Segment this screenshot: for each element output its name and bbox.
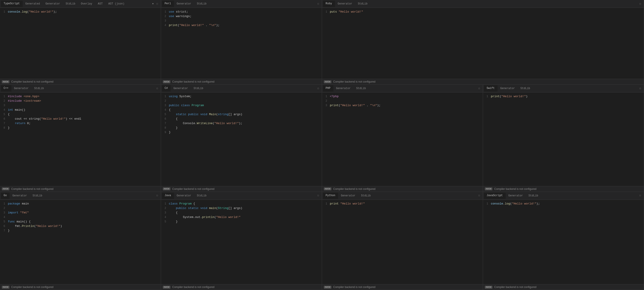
- code-line-go-5: 5 func main() {: [0, 219, 161, 224]
- line-code-js-1: console.log("Hello world!");: [491, 202, 644, 206]
- code-line-go-6: 6 fmt.Println("Hello world!"): [0, 224, 161, 228]
- close-icon-ts[interactable]: □: [156, 2, 159, 6]
- code-area-python: 1 print "Hello world!": [322, 200, 483, 284]
- close-icon-cpp[interactable]: □: [156, 87, 159, 90]
- line-code-ruby-1: puts "Hello world!": [330, 10, 644, 14]
- line-num-java-2: 2: [161, 206, 169, 210]
- line-code-go-6: fmt.Println("Hello world!"): [8, 224, 161, 228]
- tab-generated[interactable]: Generated: [23, 1, 43, 7]
- line-num-go-3: 3: [0, 211, 8, 215]
- note-bar-go: note Compiler backend is not configured: [0, 284, 161, 290]
- code-line-cpp-1: 1 #include <one.hpp>: [0, 94, 161, 99]
- line-num-go-7: 7: [0, 229, 8, 233]
- line-num-cpp-7: 7: [0, 121, 8, 126]
- code-line-cs-2: 2: [161, 99, 322, 103]
- note-badge-cs: note: [163, 187, 170, 190]
- tab-generator-java[interactable]: Generator: [174, 193, 194, 199]
- tab-generator-go[interactable]: Generator: [10, 193, 30, 199]
- panel-python-actions: □: [478, 194, 482, 197]
- tab-generator-ts[interactable]: Generator: [43, 1, 63, 7]
- tab-generator-javascript[interactable]: Generator: [506, 193, 526, 199]
- line-code-cpp-1: #include <one.hpp>: [8, 94, 161, 99]
- line-num-go-4: 4: [0, 215, 8, 219]
- line-num-cs-6: 6: [161, 117, 169, 121]
- code-line-java-1: 1 class Program {: [161, 202, 322, 206]
- tab-generator-ruby[interactable]: Generator: [335, 1, 355, 7]
- tab-stdlib-python[interactable]: StdLib: [358, 193, 374, 199]
- tab-generator-swift[interactable]: Generator: [498, 86, 518, 91]
- tab-generator-cs[interactable]: Generator: [171, 86, 191, 91]
- code-line-cpp-7: 7 return 0;: [0, 121, 161, 126]
- line-num-js-1: 1: [483, 202, 491, 206]
- panel-cpp: C++ Generator StdLib □ 1 #include <one.h…: [0, 85, 161, 192]
- tab-typescript[interactable]: TypeScript: [1, 1, 23, 7]
- line-num-cpp-1: 1: [0, 95, 8, 99]
- tab-go[interactable]: Go: [1, 193, 10, 199]
- line-num-cpp-3: 3: [0, 104, 8, 108]
- tab-php[interactable]: PHP: [323, 85, 334, 92]
- tab-generator-php[interactable]: Generator: [334, 86, 354, 91]
- note-bar-swift: note Compiler backend is not configured: [483, 186, 644, 192]
- tab-overlay-ts[interactable]: Overlay: [78, 1, 95, 7]
- code-area-perl: 1 use strict; 2 use warnings; 3 4 print(…: [161, 8, 322, 79]
- close-icon-java[interactable]: □: [316, 194, 320, 197]
- code-content-perl: 1 use strict; 2 use warnings; 3 4 print(…: [161, 8, 322, 30]
- tab-ast-json-ts[interactable]: AST (json): [106, 1, 127, 7]
- code-line-perl-3: 3: [161, 19, 322, 23]
- line-num-php-2: 2: [322, 99, 330, 103]
- tab-stdlib-javascript[interactable]: StdLib: [526, 193, 541, 199]
- tab-python[interactable]: Python: [323, 193, 338, 199]
- dropdown-icon-ts[interactable]: ▼: [151, 2, 154, 6]
- tab-stdlib-go[interactable]: StdLib: [30, 193, 45, 199]
- tab-cs[interactable]: C#: [162, 85, 171, 92]
- tab-stdlib-perl[interactable]: StdLib: [194, 1, 210, 7]
- code-content-python: 1 print "Hello world!": [322, 200, 483, 208]
- code-area-swift: 1 print("Hello world!"): [483, 93, 644, 186]
- code-line-php-2: 2: [322, 99, 483, 103]
- line-code-swift-1: print("Hello world!"): [491, 94, 644, 99]
- tab-ast-ts[interactable]: AST: [95, 1, 106, 7]
- tab-stdlib-cpp[interactable]: StdLib: [32, 86, 47, 91]
- close-icon-cs[interactable]: □: [316, 87, 320, 90]
- line-code-perl-1: use strict;: [169, 10, 322, 14]
- close-icon-swift[interactable]: □: [638, 87, 642, 90]
- tab-stdlib-swift[interactable]: StdLib: [518, 86, 533, 91]
- tab-stdlib-java[interactable]: StdLib: [194, 193, 210, 199]
- close-icon-go[interactable]: □: [156, 194, 159, 197]
- code-line-cs-8: 8 }: [161, 126, 322, 130]
- note-bar-cpp: note Compiler backend is not configured: [0, 186, 161, 192]
- close-icon-ruby[interactable]: □: [638, 2, 642, 6]
- close-icon-javascript[interactable]: □: [638, 194, 642, 197]
- panel-cpp-header: C++ Generator StdLib □: [0, 85, 161, 93]
- tab-stdlib-cs[interactable]: StdLib: [191, 86, 206, 91]
- code-content-cpp: 1 #include <one.hpp> 2 #include <iostrea…: [0, 93, 161, 132]
- code-content-go: 1 package main 2 3 import "fmt" 4 5: [0, 200, 161, 235]
- line-code-perl-2: use warnings;: [169, 14, 322, 19]
- tab-javascript[interactable]: JavaScript: [484, 193, 506, 199]
- close-icon-perl[interactable]: □: [316, 2, 320, 6]
- tab-stdlib-ruby[interactable]: StdLib: [355, 1, 370, 7]
- tab-stdlib-ts[interactable]: StdLib: [63, 1, 78, 7]
- close-icon-php[interactable]: □: [478, 87, 481, 90]
- tab-java[interactable]: Java: [162, 193, 174, 199]
- tab-cpp[interactable]: C++: [1, 85, 12, 92]
- panel-typescript: TypeScript Generated Generator StdLib Ov…: [0, 0, 161, 85]
- code-line-cs-9: 9 }: [161, 130, 322, 135]
- tab-generator-python[interactable]: Generator: [338, 193, 358, 199]
- line-code-java-1: class Program {: [169, 202, 322, 206]
- tab-swift[interactable]: Swift: [484, 85, 498, 92]
- tab-perl[interactable]: Perl: [162, 1, 174, 7]
- line-code-cs-1: using System;: [169, 94, 322, 99]
- panel-go-actions: □: [156, 194, 160, 197]
- line-code-go-1: package main: [8, 202, 161, 206]
- tab-generator-perl[interactable]: Generator: [174, 1, 194, 7]
- close-icon-python[interactable]: □: [478, 194, 481, 197]
- tab-generator-cpp[interactable]: Generator: [12, 86, 32, 91]
- tab-ruby[interactable]: Ruby: [323, 1, 335, 7]
- line-num-cpp-8: 8: [0, 126, 8, 130]
- code-line-ts-1: 1 console.log("Hello world!");: [0, 10, 161, 14]
- tab-stdlib-php[interactable]: StdLib: [354, 86, 369, 91]
- code-line-java-5: 5 }: [161, 219, 322, 224]
- panel-java: Java Generator StdLib □ 1 class Program …: [161, 192, 322, 290]
- line-num-php-3: 3: [322, 104, 330, 108]
